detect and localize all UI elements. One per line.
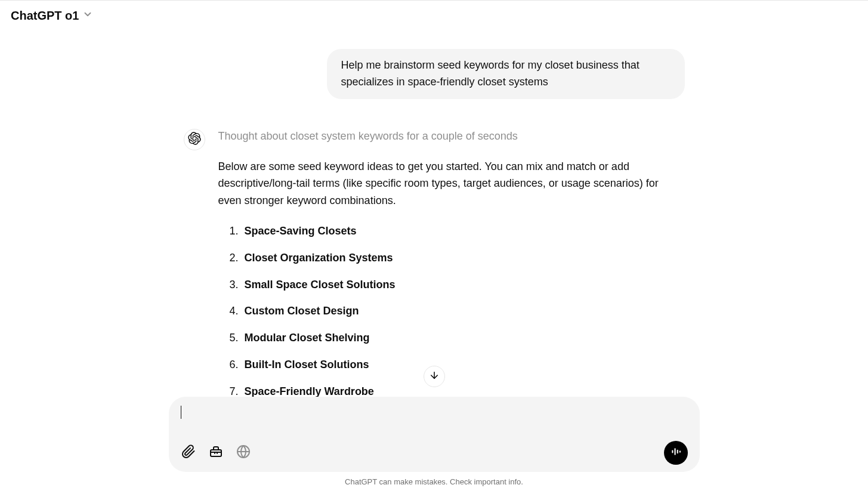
composer-tools-left — [181, 445, 251, 461]
user-message-text: Help me brainstorm seed keywords for my … — [341, 59, 640, 88]
text-caret — [181, 406, 182, 419]
voice-input-button[interactable] — [664, 441, 688, 465]
list-item: Small Space Closet Solutions — [227, 276, 685, 294]
web-button[interactable] — [236, 445, 251, 461]
composer-box[interactable] — [169, 397, 700, 472]
svg-rect-5 — [674, 448, 675, 455]
svg-rect-6 — [677, 450, 678, 454]
keyword: Built-In Closet Solutions — [245, 356, 369, 373]
tools-button[interactable] — [208, 445, 224, 461]
svg-rect-7 — [679, 450, 680, 452]
list-item: Closet Organization Systems — [227, 249, 685, 267]
svg-rect-1 — [211, 450, 221, 456]
keyword-list: Space-Saving Closets Closet Organization… — [218, 223, 685, 400]
assistant-content: Thought about closet system keywords for… — [218, 128, 685, 410]
list-item: Custom Closet Design — [227, 302, 685, 320]
keyword: Small Space Closet Solutions — [245, 276, 396, 294]
keyword: Custom Closet Design — [245, 302, 359, 320]
header: ChatGPT o1 — [0, 1, 868, 31]
keyword: Modular Closet Shelving — [245, 329, 370, 347]
assistant-avatar — [184, 129, 205, 150]
waveform-icon — [670, 446, 682, 460]
assistant-intro-text: Below are some seed keyword ideas to get… — [218, 158, 685, 209]
chat-area: Help me brainstorm seed keywords for my … — [172, 31, 697, 410]
list-item: Modular Closet Shelving — [227, 329, 685, 347]
message-input[interactable] — [181, 405, 688, 429]
globe-icon — [236, 444, 251, 461]
model-name: ChatGPT o1 — [11, 9, 79, 23]
list-item: Built-In Closet Solutions — [227, 356, 685, 373]
composer-input-wrap — [181, 405, 688, 431]
list-item: Space-Saving Closets — [227, 223, 685, 240]
user-message-row: Help me brainstorm seed keywords for my … — [184, 49, 685, 99]
arrow-down-icon — [429, 370, 440, 383]
attach-file-button[interactable] — [181, 445, 196, 461]
keyword: Space-Saving Closets — [245, 223, 357, 240]
model-selector[interactable]: ChatGPT o1 — [11, 9, 93, 23]
user-message-bubble: Help me brainstorm seed keywords for my … — [327, 49, 685, 99]
chevron-down-icon — [82, 9, 93, 23]
keyword: Closet Organization Systems — [245, 249, 393, 267]
openai-logo-icon — [188, 132, 201, 147]
reasoning-summary: Thought about closet system keywords for… — [218, 128, 685, 145]
toolbox-icon — [209, 444, 223, 461]
composer — [169, 397, 700, 472]
paperclip-icon — [181, 444, 196, 461]
svg-rect-4 — [672, 450, 673, 453]
disclaimer-text: ChatGPT can make mistakes. Check importa… — [0, 477, 868, 486]
composer-toolbar — [181, 441, 688, 465]
scroll-to-bottom-button[interactable] — [424, 366, 445, 387]
